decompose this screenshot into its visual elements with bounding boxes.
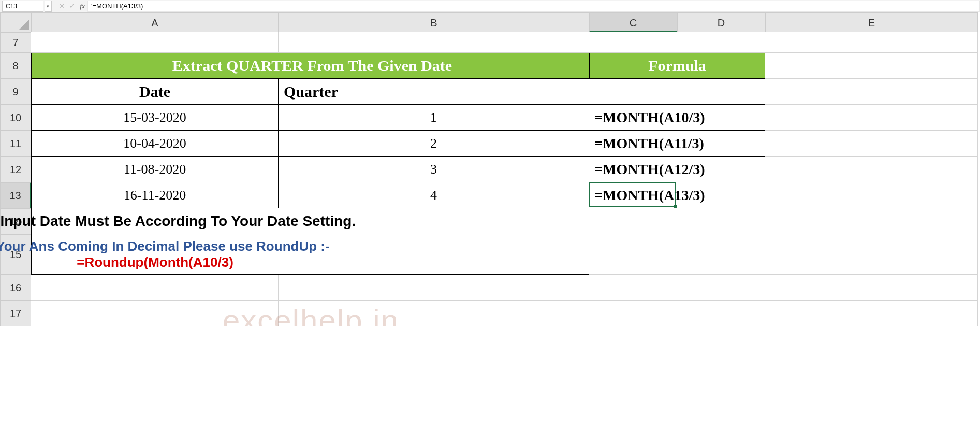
formula-text: =MONTH(A13/3) bbox=[594, 187, 705, 204]
formula-text: =MONTH(A12/3) bbox=[594, 161, 705, 178]
cell-c10[interactable]: =MONTH(A10/3) bbox=[589, 105, 677, 131]
date-header[interactable]: Date bbox=[31, 79, 279, 105]
cell-e12[interactable] bbox=[765, 157, 978, 182]
formula-col-header-text: Formula bbox=[589, 57, 765, 75]
cell-e9[interactable] bbox=[765, 79, 978, 105]
cell-d14[interactable] bbox=[677, 208, 765, 234]
note-line-1: Note:- Input Date Must Be According To Y… bbox=[0, 213, 356, 230]
cell-d17[interactable] bbox=[677, 301, 765, 326]
name-box-dropdown-icon[interactable]: ▾ bbox=[45, 1, 52, 12]
cell-e15[interactable] bbox=[765, 234, 978, 275]
main-title-b[interactable]: Extract QUARTER From The Given Date bbox=[279, 53, 589, 79]
cell-e13[interactable] bbox=[765, 182, 978, 208]
cell-a17[interactable] bbox=[31, 301, 279, 326]
spreadsheet-grid[interactable]: A B C D E 7 8 Extract QUARTER From The G… bbox=[0, 12, 980, 326]
cell-e7[interactable] bbox=[765, 32, 978, 53]
formula-text: =MONTH(A10/3) bbox=[594, 109, 705, 126]
cell-c14[interactable] bbox=[589, 208, 677, 234]
cell-a15[interactable]: IF Your Ans Coming In Decimal Please use… bbox=[31, 234, 279, 275]
select-all-corner[interactable] bbox=[0, 12, 31, 32]
col-header-d[interactable]: D bbox=[677, 12, 765, 32]
row-header-9[interactable]: 9 bbox=[0, 79, 31, 105]
cell-b16[interactable] bbox=[279, 275, 589, 301]
formula-input[interactable] bbox=[87, 1, 980, 12]
cell-c16[interactable] bbox=[589, 275, 677, 301]
cell-c15[interactable] bbox=[589, 234, 677, 275]
cell-b11[interactable]: 2 bbox=[279, 131, 589, 157]
cell-d16[interactable] bbox=[677, 275, 765, 301]
cell-b10[interactable]: 1 bbox=[279, 105, 589, 131]
row-header-7[interactable]: 7 bbox=[0, 32, 31, 53]
note-line-2: IF Your Ans Coming In Decimal Please use… bbox=[0, 238, 330, 254]
col-header-c[interactable]: C bbox=[589, 12, 677, 32]
separator bbox=[54, 2, 54, 11]
cell-a12[interactable]: 11-08-2020 bbox=[31, 157, 279, 182]
row-header-12[interactable]: 12 bbox=[0, 157, 31, 182]
row-header-11[interactable]: 11 bbox=[0, 131, 31, 157]
fill-handle[interactable] bbox=[674, 205, 677, 208]
cell-e16[interactable] bbox=[765, 275, 978, 301]
row-header-13[interactable]: 13 bbox=[0, 182, 31, 208]
cell-a13[interactable]: 16-11-2020 bbox=[31, 182, 279, 208]
cell-a14[interactable]: Note:- Input Date Must Be According To Y… bbox=[31, 208, 279, 234]
cell-c17[interactable] bbox=[589, 301, 677, 326]
cell-b17[interactable] bbox=[279, 301, 589, 326]
cell-e11[interactable] bbox=[765, 131, 978, 157]
cell-e10[interactable] bbox=[765, 105, 978, 131]
cell-c13[interactable]: =MONTH(A13/3) bbox=[589, 182, 677, 208]
cell-c7[interactable] bbox=[589, 32, 677, 53]
formula-text: =MONTH(A11/3) bbox=[594, 135, 704, 152]
cancel-icon: ✕ bbox=[56, 2, 67, 10]
note-text: Input Date Must Be According To Your Dat… bbox=[1, 213, 356, 229]
cell-c12[interactable]: =MONTH(A12/3) bbox=[589, 157, 677, 182]
row-header-10[interactable]: 10 bbox=[0, 105, 31, 131]
name-box[interactable]: C13 bbox=[2, 1, 43, 12]
formula-col-header-d[interactable]: Formula bbox=[677, 53, 765, 79]
cell-c9[interactable] bbox=[589, 79, 677, 105]
main-title-text: Extract QUARTER From The Given Date bbox=[35, 57, 589, 75]
cell-a10[interactable]: 15-03-2020 bbox=[31, 105, 279, 131]
enter-icon: ✓ bbox=[67, 2, 77, 10]
row-header-17[interactable]: 17 bbox=[0, 301, 31, 326]
cell-a7[interactable] bbox=[31, 32, 279, 53]
col-header-a[interactable]: A bbox=[31, 12, 279, 32]
cell-e14[interactable] bbox=[765, 208, 978, 234]
row-header-8[interactable]: 8 bbox=[0, 53, 31, 79]
cell-d7[interactable] bbox=[677, 32, 765, 53]
cell-e17[interactable] bbox=[765, 301, 978, 326]
cell-c11[interactable]: =MONTH(A11/3) bbox=[589, 131, 677, 157]
cell-d9[interactable] bbox=[677, 79, 765, 105]
note-block: IF Your Ans Coming In Decimal Please use… bbox=[0, 238, 330, 271]
formula-bar: C13 ▾ ✕ ✓ fx bbox=[0, 0, 980, 12]
cell-d15[interactable] bbox=[677, 234, 765, 275]
cell-b7[interactable] bbox=[279, 32, 589, 53]
quarter-header[interactable]: Quarter bbox=[279, 79, 589, 105]
cell-a11[interactable]: 10-04-2020 bbox=[31, 131, 279, 157]
cell-b12[interactable]: 3 bbox=[279, 157, 589, 182]
col-header-e[interactable]: E bbox=[765, 12, 978, 32]
cell-b13[interactable]: 4 bbox=[279, 182, 589, 208]
row-header-16[interactable]: 16 bbox=[0, 275, 31, 301]
fx-icon[interactable]: fx bbox=[77, 2, 87, 10]
note-line-3: =Roundup(Month(A10/3) bbox=[0, 254, 330, 271]
cell-e8[interactable] bbox=[765, 53, 978, 79]
cell-a16[interactable] bbox=[31, 275, 279, 301]
col-header-b[interactable]: B bbox=[279, 12, 589, 32]
